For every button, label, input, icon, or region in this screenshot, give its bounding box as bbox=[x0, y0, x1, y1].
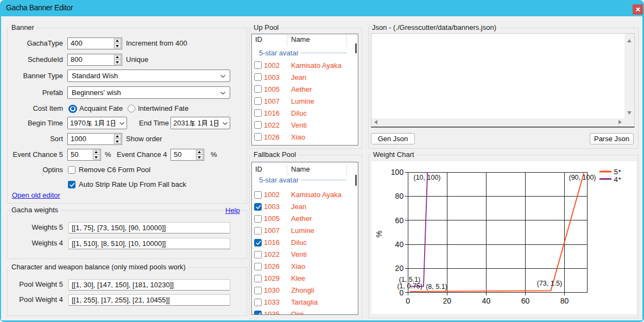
svg-text:20: 20 bbox=[395, 264, 404, 273]
svg-text:(90, 100): (90, 100) bbox=[569, 174, 596, 181]
svg-text:(8, 5.1): (8, 5.1) bbox=[426, 283, 447, 291]
svg-text:80: 80 bbox=[395, 192, 404, 200]
svg-text:0: 0 bbox=[406, 296, 410, 305]
svg-text:80: 80 bbox=[560, 296, 569, 305]
svg-text:100: 100 bbox=[391, 168, 404, 176]
svg-text:(1, 0.75): (1, 0.75) bbox=[397, 282, 422, 290]
svg-text:(73, 1.5): (73, 1.5) bbox=[537, 280, 563, 287]
svg-text:60: 60 bbox=[521, 296, 530, 305]
svg-text:40: 40 bbox=[482, 296, 491, 305]
svg-text:(10, 100): (10, 100) bbox=[413, 174, 440, 181]
svg-text:20: 20 bbox=[443, 296, 452, 305]
svg-text:%: % bbox=[375, 231, 383, 237]
svg-text:40: 40 bbox=[395, 240, 404, 249]
svg-text:60: 60 bbox=[395, 216, 404, 225]
